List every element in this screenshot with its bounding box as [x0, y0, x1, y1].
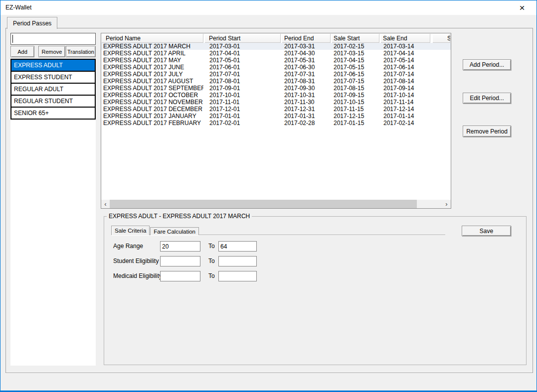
- cell-period-start: 2017-09-01: [203, 85, 281, 92]
- cell-period-end: 2017-12-31: [281, 106, 331, 113]
- text-caret: [12, 35, 13, 43]
- period-table-header: Period Name Period Start Period End Sale…: [101, 33, 450, 43]
- table-row[interactable]: EXPRESS ADULT 2017 APRIL2017-04-012017-0…: [101, 50, 451, 57]
- student-to-input[interactable]: [218, 256, 257, 266]
- medicaid-to-input[interactable]: [218, 271, 257, 281]
- cell-period-end: 2017-10-31: [281, 92, 331, 99]
- translation-button[interactable]: Translation: [66, 46, 96, 57]
- save-label: Save: [480, 228, 493, 235]
- table-row[interactable]: EXPRESS ADULT 2017 DECEMBER2017-12-01201…: [101, 106, 451, 113]
- category-filter-input[interactable]: [10, 33, 96, 45]
- student-from-input[interactable]: [160, 256, 200, 266]
- table-row[interactable]: EXPRESS ADULT 2017 FEBRUARY2017-02-01201…: [101, 120, 451, 127]
- cell-sale-end: 2017-01-14: [379, 113, 430, 120]
- period-table-rows: EXPRESS ADULT 2017 MARCH2017-03-012017-0…: [101, 43, 451, 200]
- tab-sale-criteria[interactable]: Sale Criteria: [111, 226, 150, 235]
- cell-sale-start: 2017-10-15: [331, 99, 379, 106]
- cell-period-end: 2017-09-30: [281, 85, 331, 92]
- window-title: EZ-Wallet: [5, 4, 31, 11]
- cell-period-start: 2017-10-01: [203, 92, 281, 99]
- category-item[interactable]: EXPRESS STUDENT: [10, 71, 96, 84]
- table-row[interactable]: EXPRESS ADULT 2017 JUNE2017-06-012017-06…: [101, 64, 451, 71]
- add-period-button[interactable]: Add Period...: [463, 59, 511, 70]
- column-header-clipped[interactable]: S: [432, 33, 450, 43]
- category-item[interactable]: REGULAR ADULT: [10, 83, 96, 96]
- scrollbar-thumb[interactable]: [110, 200, 417, 208]
- add-category-label: Add: [17, 49, 27, 55]
- remove-category-button[interactable]: Remove: [38, 46, 65, 57]
- cell-sale-start: 2017-07-15: [331, 78, 379, 85]
- age-from-input[interactable]: [160, 241, 200, 252]
- cell-sale-start: 2017-02-15: [331, 43, 379, 50]
- medicaid-from-input[interactable]: [160, 271, 200, 281]
- student-eligibility-label: Student Eligibility: [113, 256, 159, 266]
- category-item[interactable]: SENIOR 65+: [10, 107, 96, 120]
- remove-period-label: Remove Period: [466, 128, 508, 135]
- scroll-left-arrow-icon[interactable]: ‹: [101, 200, 110, 208]
- edit-period-button[interactable]: Edit Period...: [463, 93, 511, 104]
- column-header-period-start[interactable]: Period Start: [204, 33, 281, 43]
- column-header-period-end[interactable]: Period End: [282, 33, 331, 43]
- title-bar: EZ-Wallet ×: [0, 0, 537, 15]
- table-row[interactable]: EXPRESS ADULT 2017 JULY2017-07-012017-07…: [101, 71, 451, 78]
- category-list: EXPRESS ADULTEXPRESS STUDENTREGULAR ADUL…: [10, 59, 96, 366]
- column-header-sale-end[interactable]: Sale End: [380, 33, 430, 43]
- tab-period-passes[interactable]: Period Passes: [7, 17, 57, 29]
- cell-sale-start: 2017-04-15: [331, 57, 379, 64]
- cell-period-end: 2017-02-28: [281, 120, 331, 127]
- cell-name: EXPRESS ADULT 2017 NOVEMBER: [101, 99, 203, 106]
- cell-period-start: 2017-02-01: [203, 120, 281, 127]
- table-row[interactable]: EXPRESS ADULT 2017 OCTOBER2017-10-012017…: [101, 92, 451, 99]
- table-row[interactable]: EXPRESS ADULT 2017 MAY2017-05-012017-05-…: [101, 57, 451, 64]
- table-row[interactable]: EXPRESS ADULT 2017 NOVEMBER2017-11-01201…: [101, 99, 451, 106]
- category-item[interactable]: REGULAR STUDENT: [10, 95, 96, 108]
- cell-name: EXPRESS ADULT 2017 JULY: [101, 71, 203, 78]
- scroll-right-arrow-icon[interactable]: ›: [442, 200, 451, 208]
- table-row[interactable]: EXPRESS ADULT 2017 AUGUST2017-08-012017-…: [101, 78, 451, 85]
- cell-sale-start: 2017-03-15: [331, 50, 379, 57]
- cell-sale-end: 2017-06-14: [379, 64, 430, 71]
- cell-period-start: 2017-11-01: [203, 99, 281, 106]
- cell-sale-start: 2017-06-15: [331, 71, 379, 78]
- tab-period-passes-label: Period Passes: [13, 20, 51, 27]
- tab-fare-calculation[interactable]: Fare Calculation: [150, 227, 199, 235]
- close-icon: ×: [519, 3, 525, 12]
- cell-name: EXPRESS ADULT 2017 APRIL: [101, 50, 203, 57]
- horizontal-scrollbar: ‹ ›: [101, 200, 451, 208]
- medicaid-eligibility-label: Medicaid Eligibility: [113, 271, 162, 281]
- cell-name: EXPRESS ADULT 2017 MAY: [101, 57, 203, 64]
- cell-period-end: 2017-08-31: [281, 78, 331, 85]
- cell-period-start: 2017-04-01: [203, 50, 281, 57]
- cell-name: EXPRESS ADULT 2017 OCTOBER: [101, 92, 203, 99]
- cell-period-end: 2017-06-30: [281, 64, 331, 71]
- cell-sale-end: 2017-02-14: [379, 120, 430, 127]
- cell-name: EXPRESS ADULT 2017 MARCH: [101, 43, 203, 50]
- detail-group-title: EXPRESS ADULT - EXPRESS ADULT 2017 MARCH: [107, 213, 252, 220]
- cell-sale-start: 2017-09-15: [331, 92, 379, 99]
- cell-period-end: 2017-01-31: [281, 113, 331, 120]
- cell-sale-start: 2017-05-15: [331, 64, 379, 71]
- category-item[interactable]: EXPRESS ADULT: [10, 59, 96, 72]
- column-header-period-name[interactable]: Period Name: [101, 33, 203, 43]
- app-window: EZ-Wallet × Period Passes Add Remove Tra…: [0, 0, 537, 392]
- save-button[interactable]: Save: [462, 226, 511, 236]
- cell-sale-end: 2017-12-14: [379, 106, 430, 113]
- table-row[interactable]: EXPRESS ADULT 2017 MARCH2017-03-012017-0…: [101, 43, 451, 50]
- table-row[interactable]: EXPRESS ADULT 2017 JANUARY2017-01-012017…: [101, 113, 451, 120]
- cell-sale-start: 2017-08-15: [331, 85, 379, 92]
- cell-period-end: 2017-05-31: [281, 57, 331, 64]
- age-to-label: To: [208, 241, 215, 252]
- cell-sale-end: 2017-03-14: [379, 43, 430, 50]
- age-to-input[interactable]: [218, 241, 257, 252]
- close-button[interactable]: ×: [514, 1, 531, 14]
- add-category-button[interactable]: Add: [10, 46, 34, 57]
- remove-period-button[interactable]: Remove Period: [463, 126, 511, 137]
- cell-name: EXPRESS ADULT 2017 JANUARY: [101, 113, 203, 120]
- cell-name: EXPRESS ADULT 2017 JUNE: [101, 64, 203, 71]
- cell-name: EXPRESS ADULT 2017 DECEMBER: [101, 106, 203, 113]
- remove-category-label: Remove: [42, 49, 62, 55]
- table-row[interactable]: EXPRESS ADULT 2017 SEPTEMBER2017-09-0120…: [101, 85, 451, 92]
- cell-name: EXPRESS ADULT 2017 FEBRUARY: [101, 120, 203, 127]
- column-header-sale-start[interactable]: Sale Start: [332, 33, 379, 43]
- student-to-label: To: [208, 256, 215, 266]
